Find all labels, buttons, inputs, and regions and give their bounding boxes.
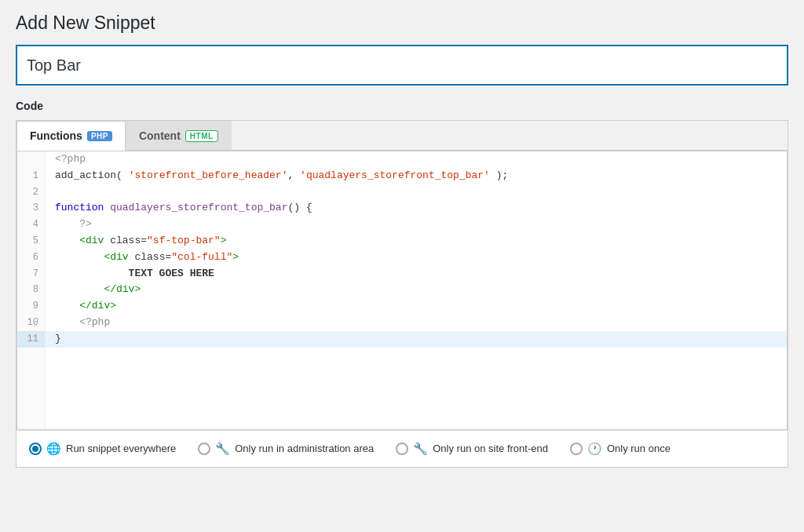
- tab-functions[interactable]: Functions PHP: [16, 121, 126, 151]
- page-title: Add New Snippet: [16, 13, 788, 34]
- code-line-empty3: [17, 380, 787, 396]
- line-number-2: 2: [17, 184, 46, 201]
- code-line-9: 9 </div>: [17, 298, 787, 315]
- code-line-6: 6 <div class="col-full">: [17, 250, 787, 266]
- line-content-11: }: [46, 331, 787, 348]
- code-line-4: 4 ?>: [17, 217, 787, 233]
- code-editor[interactable]: <?php 1 add_action( 'storefront_before_h…: [16, 151, 788, 430]
- radio-circle-frontend: [396, 443, 408, 455]
- code-line-10: 10 <?php: [17, 315, 787, 331]
- radio-circle-once: [570, 443, 583, 455]
- radio-dot-everywhere: [32, 446, 38, 452]
- tab-content-badge: HTML: [185, 130, 218, 142]
- line-content-e5: [46, 413, 787, 429]
- code-line-empty4: [17, 396, 787, 413]
- line-content-1: add_action( 'storefront_before_header', …: [46, 168, 787, 184]
- radio-circle-admin: [198, 443, 210, 455]
- line-content-10: <?php: [46, 315, 787, 331]
- line-number-e4: [17, 396, 46, 413]
- line-content-e1: [46, 348, 787, 364]
- line-number-e3: [17, 380, 46, 396]
- tabs-header: Functions PHP Content HTML: [16, 121, 788, 151]
- line-content-e4: [46, 396, 787, 413]
- tab-content[interactable]: Content HTML: [126, 121, 232, 150]
- snippet-name-input[interactable]: [16, 45, 788, 86]
- line-number-e2: [17, 363, 46, 380]
- code-line-0: <?php: [17, 151, 787, 168]
- line-content-0: <?php: [46, 151, 787, 168]
- line-number-11: 11: [17, 331, 46, 348]
- line-content-5: <div class="sf-top-bar">: [46, 233, 787, 250]
- page-wrapper: Add New Snippet Code Functions PHP Conte…: [0, 0, 804, 532]
- globe-icon: 🌐: [46, 442, 61, 456]
- line-content-8: </div>: [46, 282, 787, 298]
- line-content-7: TEXT GOES HERE: [46, 266, 787, 282]
- line-number-4: 4: [17, 217, 46, 233]
- wrench-icon-frontend: 🔧: [413, 442, 428, 456]
- code-tabs-container: Functions PHP Content HTML <?php 1 add_a…: [16, 120, 788, 430]
- line-number-0: [17, 151, 46, 168]
- code-line-empty5: [17, 413, 787, 429]
- code-line-2: 2: [17, 184, 787, 201]
- tab-functions-label: Functions: [30, 129, 82, 142]
- line-number-9: 9: [17, 298, 46, 315]
- tab-functions-badge: PHP: [87, 131, 112, 141]
- line-number-3: 3: [17, 200, 46, 217]
- line-content-4: ?>: [46, 217, 787, 233]
- line-content-9: </div>: [46, 298, 787, 315]
- line-content-6: <div class="col-full">: [46, 250, 787, 266]
- code-line-11: 11 }: [17, 331, 787, 348]
- line-number-6: 6: [17, 250, 46, 266]
- code-line-3: 3 function quadlayers_storefront_top_bar…: [17, 200, 787, 217]
- line-number-e5: [17, 413, 46, 429]
- line-content-e2: [46, 363, 787, 380]
- radio-circle-everywhere: [29, 443, 42, 455]
- code-lines: <?php 1 add_action( 'storefront_before_h…: [17, 151, 787, 429]
- radio-option-frontend[interactable]: 🔧 Only run on site front-end: [396, 442, 548, 456]
- code-line-1: 1 add_action( 'storefront_before_header'…: [17, 168, 787, 184]
- radio-option-admin[interactable]: 🔧 Only run in administration area: [198, 442, 374, 456]
- radio-label-admin: Only run in administration area: [235, 443, 374, 454]
- line-number-7: 7: [17, 266, 46, 282]
- clock-icon: 🕐: [587, 442, 602, 456]
- code-line-7: 7 TEXT GOES HERE: [17, 266, 787, 282]
- radio-label-once: Only run once: [607, 443, 671, 454]
- footer-run-options: 🌐 Run snippet everywhere 🔧 Only run in a…: [16, 430, 788, 468]
- line-content-2: [46, 184, 787, 201]
- code-label: Code: [16, 100, 788, 112]
- line-content-e3: [46, 380, 787, 396]
- line-number-5: 5: [17, 233, 46, 250]
- radio-option-once[interactable]: 🕐 Only run once: [570, 442, 671, 456]
- wrench-icon-admin: 🔧: [215, 442, 230, 456]
- radio-label-everywhere: Run snippet everywhere: [66, 443, 176, 454]
- code-line-empty1: [17, 348, 787, 364]
- tab-content-label: Content: [139, 129, 181, 142]
- line-number-e1: [17, 348, 46, 364]
- code-line-empty2: [17, 363, 787, 380]
- line-number-1: 1: [17, 168, 46, 184]
- line-number-8: 8: [17, 282, 46, 298]
- code-line-8: 8 </div>: [17, 282, 787, 298]
- code-line-5: 5 <div class="sf-top-bar">: [17, 233, 787, 250]
- radio-label-frontend: Only run on site front-end: [433, 443, 548, 454]
- radio-option-everywhere[interactable]: 🌐 Run snippet everywhere: [29, 442, 176, 456]
- line-content-3: function quadlayers_storefront_top_bar()…: [46, 200, 787, 217]
- line-number-10: 10: [17, 315, 46, 331]
